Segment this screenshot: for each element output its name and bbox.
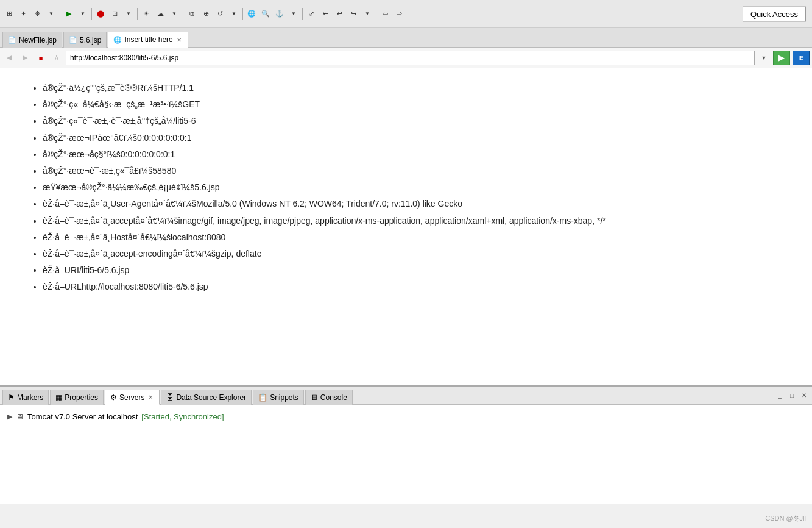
- server-icon: 🖥: [16, 412, 24, 421]
- toolbar-icon-dropdown-3[interactable]: ▼: [122, 7, 135, 21]
- toolbar-icon-12[interactable]: 🔍: [259, 7, 272, 21]
- tab-insert-title[interactable]: 🌐 Insert title here ✕: [108, 32, 188, 48]
- list-item: èŽ·å–URLhttp://localhost:8080/liti5-6/5.…: [43, 279, 788, 294]
- list-item: èŽ·å–è¯·æ±‚å¤´ä¸­Hostå¤´å€¼ï¼šlocalhost:…: [43, 230, 788, 245]
- list-item: å®çŽ°·æœ¬IPåœ°å€ï¼š0:0:0:0:0:0:0:1: [43, 130, 788, 146]
- list-item: å®çŽ°·æœ¬è¯·æ±‚ç«¯å£ï¼š58580: [43, 163, 788, 179]
- content-list: å®çŽ°·ä½¿ç""çš„æ¯è®®Rï¼šHTTP/1.1å®çŽ°·ç«…: [24, 80, 788, 294]
- toolbar-icon-dropdown-5[interactable]: ▼: [227, 7, 241, 21]
- bottom-tab-markers[interactable]: ⚑ Markers: [2, 390, 49, 405]
- tab-newfile[interactable]: 📄 NewFile.jsp: [2, 32, 62, 48]
- toolbar-icon-14[interactable]: ⤢: [305, 7, 318, 21]
- toolbar-sep-3: [137, 8, 138, 20]
- bottom-tab-snippets-label: Snippets: [270, 393, 298, 402]
- bottom-tab-datasource[interactable]: 🗄 Data Source Explorer: [161, 390, 252, 405]
- back-button[interactable]: ◀: [2, 51, 16, 65]
- toolbar-icon-5[interactable]: ⊡: [108, 7, 121, 21]
- toolbar-icon-9[interactable]: ⊕: [199, 7, 213, 21]
- list-item: èŽ·å–URI/liti5-6/5.6.jsp: [43, 263, 788, 278]
- addr-dropdown[interactable]: ▼: [757, 51, 771, 65]
- bottom-tab-markers-icon: ⚑: [8, 393, 15, 402]
- toolbar-sep-1: [60, 8, 60, 20]
- toolbar-icon-1[interactable]: ⊞: [2, 7, 16, 21]
- quick-access-button[interactable]: Quick Access: [743, 6, 806, 21]
- list-item: å®çŽ°·ç«¯å¼€å§‹·æ¯çš„æ–¹æ³•·ï¼šGET: [43, 97, 788, 112]
- list-item: å®çŽ°·æœ¬åç§°ï¼š0:0:0:0:0:0:0:1: [43, 147, 788, 162]
- toolbar-icon-dropdown-6[interactable]: ▼: [287, 7, 300, 21]
- expand-icon[interactable]: ▶: [7, 413, 12, 421]
- bottom-panel-content: ▶ 🖥 Tomcat v7.0 Server at localhost [Sta…: [0, 405, 812, 504]
- bottom-tabbar: ⚑ Markers ▦ Properties ⚙ Servers ✕ 🗄 Dat…: [0, 387, 812, 405]
- bottom-tab-console-icon: 🖥: [311, 393, 318, 402]
- toolbar-icon-8[interactable]: ⧉: [185, 7, 199, 21]
- list-item: èŽ·å–è¯·æ±‚å¤´ä¸­User-Agentå¤´å€¼ï¼šMozi…: [43, 196, 788, 212]
- main-content-area: å®çŽ°·ä½¿ç""çš„æ¯è®®Rï¼šHTTP/1.1å®çŽ°·ç«…: [0, 68, 812, 385]
- toolbar-icon-2[interactable]: ✦: [16, 7, 30, 21]
- toolbar-icon-19[interactable]: ⇨: [392, 7, 406, 21]
- toolbar-sep-6: [302, 8, 303, 20]
- toolbar-icon-16[interactable]: ↩: [333, 7, 346, 21]
- toolbar-sep-4: [183, 8, 183, 20]
- server-name: Tomcat v7.0 Server at localhost: [27, 412, 138, 421]
- list-item: å®çŽ°·ç«¯è¯·æ±‚·è¯·æ±‚å°†çš„å¼/liti5-6: [43, 113, 788, 129]
- toolbar-sep-7: [376, 8, 376, 20]
- toolbar-icon-10[interactable]: ↺: [213, 7, 227, 21]
- bottom-tab-datasource-icon: 🗄: [166, 393, 174, 402]
- bottom-tab-servers-label: Servers: [119, 393, 144, 402]
- server-status: [Started, Synchronized]: [141, 412, 224, 421]
- maximize-panel-button[interactable]: □: [786, 390, 797, 401]
- toolbar-icon-6[interactable]: ☀: [139, 7, 153, 21]
- tab-newfile-label: NewFile.jsp: [19, 36, 57, 45]
- address-input[interactable]: [66, 51, 755, 65]
- toolbar-icon-7[interactable]: ☁: [154, 7, 167, 21]
- toolbar-icon-3[interactable]: ❋: [30, 7, 44, 21]
- tab-56jsp-label: 5.6.jsp: [80, 36, 101, 45]
- minimize-panel-button[interactable]: _: [774, 390, 785, 401]
- browser-stop-button[interactable]: IE: [793, 51, 810, 65]
- toolbar-icon-run[interactable]: ▶: [62, 7, 76, 21]
- close-panel-button[interactable]: ✕: [799, 390, 810, 401]
- bottom-tab-console-label: Console: [320, 393, 347, 402]
- stop-button[interactable]: ■: [34, 51, 48, 65]
- bottom-tab-properties-icon: ▦: [55, 393, 62, 402]
- bottom-tab-snippets-icon: 📋: [258, 393, 267, 402]
- bottom-tab-markers-label: Markers: [17, 393, 43, 402]
- toolbar-icons: ⊞ ✦ ❋ ▼ ▶ ▼ ⬤ ⊡ ▼ ☀ ☁ ▼ ⧉ ⊕ ↺ ▼ 🌐 🔍 ⚓ ▼ …: [2, 0, 810, 27]
- tab-newfile-icon: 📄: [8, 36, 16, 44]
- tab-insert-title-icon: 🌐: [113, 36, 122, 44]
- bottom-tab-servers[interactable]: ⚙ Servers ✕: [105, 390, 160, 405]
- tab-56jsp-icon: 📄: [69, 36, 77, 44]
- bottom-tab-servers-close[interactable]: ✕: [147, 394, 154, 401]
- toolbar-icon-17[interactable]: ↪: [347, 7, 360, 21]
- toolbar-icon-18[interactable]: ⇦: [378, 7, 392, 21]
- bottom-tab-console[interactable]: 🖥 Console: [305, 390, 353, 405]
- tab-insert-title-close[interactable]: ✕: [175, 37, 183, 43]
- toolbar-icon-dropdown-2[interactable]: ▼: [76, 7, 90, 21]
- toolbar-icon-dropdown-4[interactable]: ▼: [168, 7, 181, 21]
- forward-button[interactable]: ▶: [18, 51, 32, 65]
- watermark: CSDN @冬Jll: [765, 514, 806, 523]
- toolbar-sep-5: [242, 8, 243, 20]
- bottom-tab-servers-icon: ⚙: [110, 393, 117, 402]
- editor-tabbar: 📄 NewFile.jsp 📄 5.6.jsp 🌐 Insert title h…: [0, 28, 812, 48]
- toolbar-icon-11[interactable]: 🌐: [245, 7, 258, 21]
- bottom-tab-snippets[interactable]: 📋 Snippets: [253, 390, 304, 405]
- list-item: å®çŽ°·ä½¿ç""çš„æ¯è®®Rï¼šHTTP/1.1: [43, 80, 788, 96]
- list-item: èŽ·å–è¯·æ±‚å¤´ä¸­acceptå¤´å€¼ï¼šimage/gi…: [43, 213, 788, 229]
- toolbar-icon-13[interactable]: ⚓: [273, 7, 286, 21]
- server-row: ▶ 🖥 Tomcat v7.0 Server at localhost [Sta…: [7, 410, 805, 424]
- bottom-tab-properties-label: Properties: [65, 393, 98, 402]
- list-item: æŸ¥æœ¬å®çŽ°·ä¼¼æ‰€çš„é¡µé¢ï¼š5.6.jsp: [43, 180, 788, 195]
- list-item: èŽ·å–è¯·æ±‚å¤´ä¸­accept-encodingå¤´å€¼ï¼…: [43, 246, 788, 262]
- toolbar-icon-dropdown-7[interactable]: ▼: [361, 7, 374, 21]
- toolbar-icon-15[interactable]: ⇤: [319, 7, 332, 21]
- toolbar-icon-debug[interactable]: ⬤: [94, 7, 107, 21]
- bottom-tab-datasource-label: Data Source Explorer: [176, 393, 246, 402]
- bottom-tab-properties[interactable]: ▦ Properties: [50, 390, 104, 405]
- bookmark-button[interactable]: ☆: [50, 51, 63, 65]
- tab-56jsp[interactable]: 📄 5.6.jsp: [63, 32, 107, 48]
- go-button[interactable]: ▶: [773, 51, 790, 65]
- main-toolbar: ⊞ ✦ ❋ ▼ ▶ ▼ ⬤ ⊡ ▼ ☀ ☁ ▼ ⧉ ⊕ ↺ ▼ 🌐 🔍 ⚓ ▼ …: [0, 0, 812, 28]
- toolbar-icon-dropdown-1[interactable]: ▼: [44, 7, 58, 21]
- tab-insert-title-label: Insert title here: [124, 35, 172, 44]
